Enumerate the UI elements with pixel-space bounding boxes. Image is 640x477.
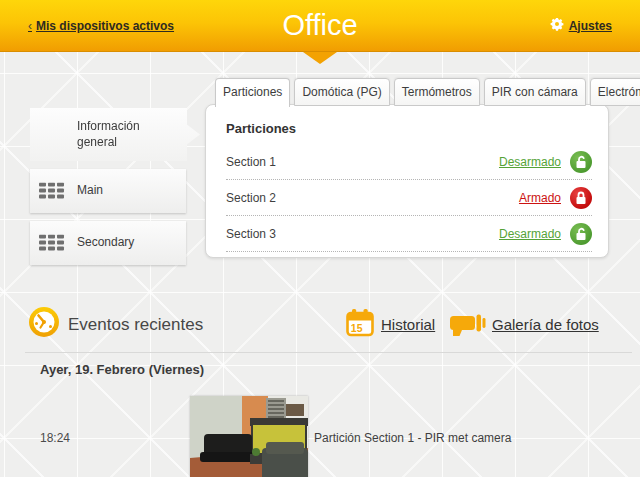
event-time: 18:24 <box>40 431 70 445</box>
keypad-icon <box>39 235 65 252</box>
event-photo-thumbnail[interactable] <box>190 396 308 477</box>
settings-label: Ajustes <box>569 19 612 33</box>
unlock-icon-button[interactable] <box>570 223 592 245</box>
settings-button[interactable]: Ajustes <box>550 17 612 35</box>
calendar-day-number: 15 <box>351 322 363 334</box>
tab-domotica-pg[interactable]: Domótica (PG) <box>294 78 389 106</box>
sidebar-nav: Información general Main Secondary <box>30 108 202 273</box>
app-header: ‹Mis dispositivos activos Office Ajustes <box>0 0 640 52</box>
header-pointer-triangle <box>303 52 337 64</box>
lock-icon-button[interactable] <box>570 187 592 209</box>
section-status-link[interactable]: Armado <box>519 191 561 205</box>
event-description: Partición Section 1 - PIR met camera <box>314 431 511 445</box>
photo-gallery-link[interactable]: Galería de fotos <box>492 316 599 333</box>
keypad-icon <box>39 183 65 200</box>
tab-pir-con-camara[interactable]: PIR con cámara <box>484 78 586 106</box>
video-camera-icon <box>450 314 487 342</box>
tab-electrometros[interactable]: Electrómetros <box>590 78 640 106</box>
back-link[interactable]: ‹Mis dispositivos activos <box>28 19 174 33</box>
section-row-1: Section 1 Desarmado <box>226 144 592 180</box>
back-link-label: Mis dispositivos activos <box>36 19 174 33</box>
sidebar-item-label: Información general <box>30 119 177 150</box>
gear-icon <box>550 17 564 35</box>
panel-title: Particiones <box>226 117 592 144</box>
calendar-icon: 15 <box>346 308 374 341</box>
sidebar-item-secondary[interactable]: Secondary <box>30 221 186 265</box>
section-name: Section 3 <box>226 227 499 241</box>
particiones-panel: Particiones Section 1 Desarmado Section … <box>205 104 609 258</box>
events-separator <box>25 352 632 353</box>
unlock-icon-button[interactable] <box>570 151 592 173</box>
section-name: Section 2 <box>226 191 519 205</box>
section-status-link[interactable]: Desarmado <box>499 227 561 241</box>
back-chevron-icon: ‹ <box>28 19 32 33</box>
event-date-heading: Ayer, 19. Febrero (Viernes) <box>40 362 204 377</box>
sidebar-item-main[interactable]: Main <box>30 169 186 213</box>
sidebar-item-informacion-general[interactable]: Información general <box>30 108 200 161</box>
section-status-link[interactable]: Desarmado <box>499 155 561 169</box>
section-row-2: Section 2 Armado <box>226 180 592 216</box>
app-screen: ‹Mis dispositivos activos Office Ajustes… <box>0 0 640 477</box>
events-title: Eventos recientes <box>68 315 203 335</box>
section-row-3: Section 3 Desarmado <box>226 216 592 252</box>
tab-termometros[interactable]: Termómetros <box>394 78 480 106</box>
history-link[interactable]: Historial <box>381 316 435 333</box>
section-name: Section 1 <box>226 155 499 169</box>
clock-icon <box>28 306 60 342</box>
panel-tabs: Particiones Domótica (PG) Termómetros PI… <box>215 78 640 105</box>
tab-particiones[interactable]: Particiones <box>215 78 290 107</box>
